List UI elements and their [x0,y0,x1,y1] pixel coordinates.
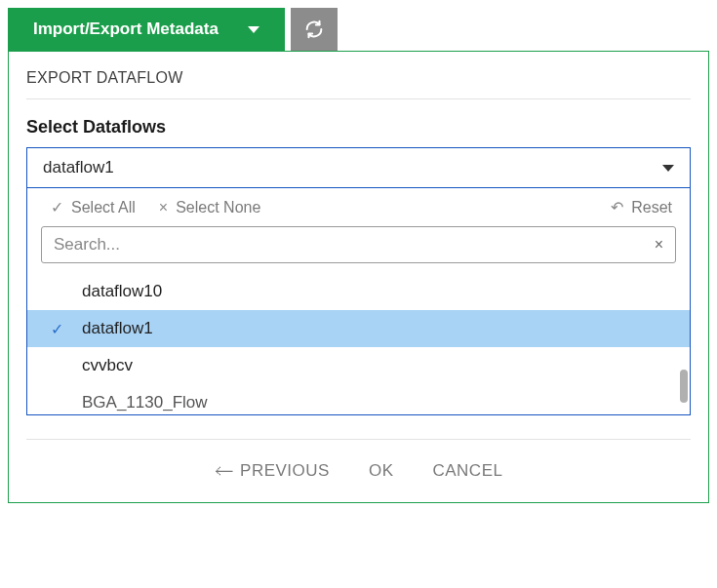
option-label: cvvbcv [82,356,133,375]
reset-button[interactable]: ↶ Reset [611,198,672,216]
import-export-metadata-button[interactable]: Import/Export Metadata [8,8,285,51]
dataflows-dropdown: dataflow1 ✓ Select All × Select None ↶ R… [26,147,691,415]
x-icon: × [159,199,168,216]
previous-label: PREVIOUS [240,461,330,481]
export-dataflow-panel: EXPORT DATAFLOW Select Dataflows dataflo… [8,51,709,503]
refresh-button[interactable] [291,8,338,51]
list-item[interactable]: ✓ dataflow10 [27,273,690,310]
previous-button[interactable]: 🡐 PREVIOUS [215,461,330,481]
dropdown-header: ✓ Select All × Select None ↶ Reset [27,188,690,226]
panel-title: EXPORT DATAFLOW [26,69,691,99]
caret-down-icon [662,165,674,172]
check-icon: ✓ [51,198,63,216]
select-none-label: Select None [176,199,260,216]
dropdown-selected-value: dataflow1 [43,158,114,177]
clear-search-button[interactable]: × [655,236,663,254]
dropdown-selected[interactable]: dataflow1 [26,147,691,188]
option-label: BGA_1130_Flow [82,393,208,412]
cancel-label: CANCEL [432,461,502,481]
chevron-down-icon [248,26,259,33]
ok-button[interactable]: OK [369,461,394,481]
undo-icon: ↶ [611,198,623,216]
list-item[interactable]: ✓ cvvbcv [27,347,690,384]
list-item[interactable]: ✓ BGA_1130_Flow [27,384,690,414]
scrollbar[interactable] [678,275,688,412]
refresh-icon [303,19,325,40]
select-all-label: Select All [71,199,136,216]
dropdown-panel: ✓ Select All × Select None ↶ Reset × [26,188,691,415]
check-icon: ✓ [51,320,68,338]
select-all-button[interactable]: ✓ Select All [51,198,136,216]
options-list[interactable]: ✓ dataflow10 ✓ dataflow1 ✓ cvvbcv ✓ BGA_… [27,273,690,414]
list-item[interactable]: ✓ dataflow1 [27,310,690,347]
arrow-left-icon: 🡐 [215,461,235,481]
search-box: × [41,226,676,263]
search-input[interactable] [54,235,655,255]
cancel-button[interactable]: CANCEL [432,461,502,481]
footer-bar: 🡐 PREVIOUS OK CANCEL [26,439,691,481]
select-none-button[interactable]: × Select None [159,199,261,216]
scrollbar-thumb[interactable] [680,370,688,403]
option-label: dataflow1 [82,319,153,338]
import-export-label: Import/Export Metadata [33,20,219,39]
ok-label: OK [369,461,394,481]
option-label: dataflow10 [82,282,162,301]
reset-label: Reset [631,199,672,216]
section-label: Select Dataflows [26,117,691,137]
